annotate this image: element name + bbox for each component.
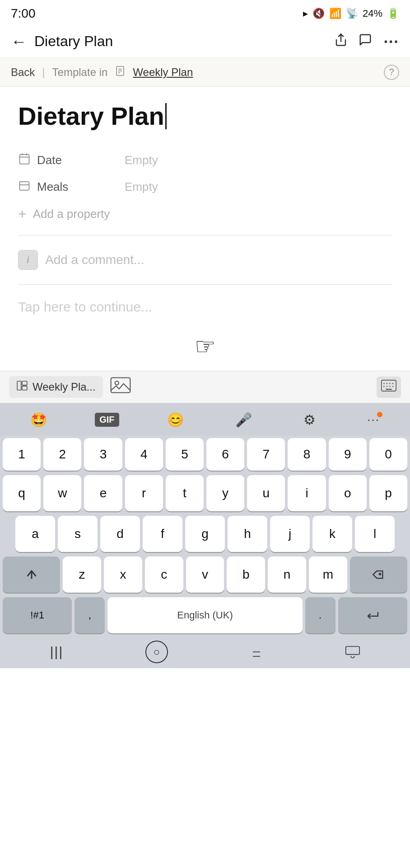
settings-button[interactable]: ⚙	[300, 410, 319, 429]
toolbar-page-icon	[16, 380, 28, 394]
gif-button[interactable]: GIF	[95, 413, 119, 427]
more-keyboard-button[interactable]: ···	[363, 411, 383, 429]
tap-continue-area[interactable]: Tap here to continue...	[18, 290, 392, 329]
key-h[interactable]: h	[228, 516, 267, 552]
status-time: 7:00	[11, 6, 36, 21]
nav-right: ⋯	[334, 33, 399, 51]
svg-rect-29	[346, 646, 359, 655]
sticker-button[interactable]: 🤩	[27, 410, 51, 429]
bottom-toolbar: Weekly Pla...	[0, 371, 410, 403]
key-y[interactable]: y	[206, 475, 244, 511]
toolbar-page-name: Weekly Pla...	[33, 381, 96, 393]
key-q[interactable]: q	[3, 475, 41, 511]
nav-back-icon[interactable]: ←	[11, 32, 27, 51]
more-icon[interactable]: ⋯	[383, 33, 399, 51]
breadcrumb-help-icon[interactable]: ?	[384, 65, 399, 80]
battery-icon: 🔋	[387, 8, 399, 19]
key-9[interactable]: 9	[329, 438, 367, 471]
space-key[interactable]: English (UK)	[107, 597, 302, 633]
key-8[interactable]: 8	[288, 438, 326, 471]
key-1[interactable]: 1	[3, 438, 41, 471]
key-5[interactable]: 5	[166, 438, 204, 471]
breadcrumb-page-name[interactable]: Weekly Plan	[133, 66, 193, 79]
key-7[interactable]: 7	[247, 438, 285, 471]
keyboard-row-4: !#1 , English (UK) .	[0, 595, 410, 636]
key-z[interactable]: z	[63, 557, 101, 593]
recents-system-button[interactable]	[250, 646, 263, 658]
key-c[interactable]: c	[145, 557, 183, 593]
cursor-hand-icon: ☞	[195, 333, 216, 360]
keyboard-number-row: 1 2 3 4 5 6 7 8 9 0	[0, 436, 410, 473]
key-6[interactable]: 6	[206, 438, 244, 471]
key-e[interactable]: e	[84, 475, 122, 511]
special-key[interactable]: !#1	[3, 597, 72, 633]
key-d[interactable]: d	[100, 516, 140, 552]
key-r[interactable]: r	[125, 475, 163, 511]
key-0[interactable]: 0	[369, 438, 407, 471]
key-a[interactable]: a	[15, 516, 55, 552]
key-4[interactable]: 4	[125, 438, 163, 471]
keyboard-row-3: z x c v b n m	[0, 554, 410, 595]
home-system-button[interactable]: ○	[145, 641, 168, 663]
add-property-button[interactable]: + Add a property	[18, 200, 392, 228]
shift-key[interactable]	[3, 557, 60, 593]
key-i[interactable]: i	[288, 475, 326, 511]
meals-property-row[interactable]: Meals Empty	[18, 174, 392, 200]
content-divider-2	[18, 284, 392, 285]
status-icons: ▸ 🔇 📶 📡 24% 🔋	[303, 8, 399, 19]
status-bar: 7:00 ▸ 🔇 📶 📡 24% 🔋	[0, 0, 410, 25]
toolbar-page-ref[interactable]: Weekly Pla...	[9, 376, 103, 398]
meals-property-label: Meals	[18, 179, 117, 195]
key-n[interactable]: n	[268, 557, 306, 593]
meals-icon	[18, 179, 31, 195]
signal-icon: 📡	[346, 8, 358, 19]
comment-icon[interactable]	[359, 33, 372, 50]
svg-rect-12	[111, 378, 130, 393]
cursor-indicator: ☞	[18, 333, 392, 360]
comment-area[interactable]: i Add a comment...	[18, 241, 392, 279]
key-b[interactable]: b	[227, 557, 265, 593]
key-g[interactable]: g	[185, 516, 225, 552]
emoji-button[interactable]: 😊	[163, 410, 187, 429]
keyboard-hide-system-button[interactable]	[345, 646, 360, 658]
key-s[interactable]: s	[58, 516, 98, 552]
date-property-value[interactable]: Empty	[125, 153, 158, 167]
mic-button[interactable]: 🎤	[232, 410, 256, 429]
key-w[interactable]: w	[43, 475, 81, 511]
return-key[interactable]	[338, 597, 407, 633]
key-f[interactable]: f	[143, 516, 182, 552]
svg-point-13	[115, 381, 118, 385]
comment-placeholder[interactable]: Add a comment...	[45, 253, 144, 267]
toolbar-media-icon[interactable]	[110, 376, 131, 398]
key-v[interactable]: v	[186, 557, 224, 593]
breadcrumb-back-button[interactable]: Back	[11, 66, 35, 79]
breadcrumb-template-label: Template in	[52, 66, 108, 79]
key-o[interactable]: o	[329, 475, 367, 511]
meals-property-value[interactable]: Empty	[125, 180, 158, 194]
backspace-key[interactable]	[350, 557, 407, 593]
text-cursor	[165, 103, 167, 129]
comma-key[interactable]: ,	[75, 597, 105, 633]
svg-rect-9	[17, 381, 21, 390]
key-j[interactable]: j	[270, 516, 310, 552]
back-system-button[interactable]: |||	[50, 644, 63, 660]
key-3[interactable]: 3	[84, 438, 122, 471]
nav-title: Dietary Plan	[34, 33, 113, 50]
toolbar-keyboard-toggle-icon[interactable]	[377, 377, 401, 398]
breadcrumb-bar: Back | Template in Weekly Plan ?	[0, 58, 410, 87]
key-u[interactable]: u	[247, 475, 285, 511]
key-t[interactable]: t	[166, 475, 204, 511]
key-2[interactable]: 2	[43, 438, 81, 471]
key-l[interactable]: l	[355, 516, 395, 552]
content-divider	[18, 235, 392, 236]
key-m[interactable]: m	[309, 557, 347, 593]
page-title[interactable]: Dietary Plan	[18, 101, 392, 131]
add-property-label: Add a property	[33, 207, 110, 221]
mute-icon: 🔇	[312, 8, 325, 19]
key-k[interactable]: k	[312, 516, 352, 552]
date-property-row[interactable]: Date Empty	[18, 147, 392, 174]
period-key[interactable]: .	[305, 597, 335, 633]
share-icon[interactable]	[334, 33, 348, 50]
key-x[interactable]: x	[104, 557, 142, 593]
key-p[interactable]: p	[369, 475, 407, 511]
